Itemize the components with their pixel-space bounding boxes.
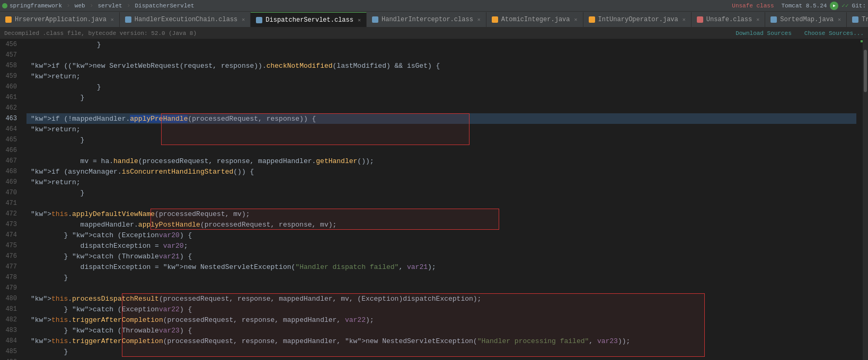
code-line: "kw">if (asyncManager.isConcurrentHandli… [26, 166, 856, 177]
decompiled-info: Decompiled .class file, bytecode version… [4, 30, 197, 37]
line-number: 483 [0, 327, 20, 334]
tab-intunary[interactable]: IntUnaryOperator.java ✕ [583, 12, 692, 27]
tab-dispatcherservlet[interactable]: DispatcherServlet.class ✕ [251, 12, 367, 27]
tab-hrserver[interactable]: HrserverApplication.java ✕ [0, 12, 120, 27]
java-icon [492, 16, 498, 23]
breadcrumb-springframework: springframework [2, 3, 62, 9]
tab-handlerchain[interactable]: HandlerExecutionChain.class ✕ [120, 12, 251, 27]
close-icon[interactable]: ✕ [242, 16, 245, 23]
code-line: } [26, 272, 856, 283]
close-icon[interactable]: ✕ [111, 16, 114, 23]
line-number: 460 [0, 83, 20, 91]
code-line: } [26, 92, 856, 103]
scrollbar[interactable] [863, 39, 868, 360]
gutter-row: 462 [0, 103, 26, 113]
tab-treemap[interactable]: TreeMap.java ✕ [847, 12, 868, 27]
line-number: 481 [0, 305, 20, 313]
breadcrumb-web: web [75, 3, 85, 9]
tab-sortedmap[interactable]: SortedMap.java ✕ [765, 12, 847, 27]
line-number: 457 [0, 51, 20, 59]
tab-atomicinteger[interactable]: AtomicInteger.java ✕ [486, 12, 583, 27]
code-line: } "kw">catch (Throwable var21) { [26, 251, 856, 262]
line-number: 473 [0, 221, 20, 228]
code-line [26, 145, 856, 156]
line-number: 459 [0, 73, 20, 80]
close-icon[interactable]: ✕ [683, 16, 686, 23]
gutter-row: 469 [0, 177, 26, 187]
code-line: mv = ha.handle(processedRequest, respons… [26, 156, 856, 166]
line-number: 472 [0, 210, 20, 218]
code-line: "kw">this.applyDefaultViewName(processed… [26, 209, 856, 219]
gutter-row: 476 [0, 251, 26, 262]
line-number: 484 [0, 337, 20, 345]
gutter-row: 467 [0, 156, 26, 166]
class-icon [125, 16, 131, 23]
code-line: } [26, 82, 856, 92]
line-number: 475 [0, 242, 20, 249]
right-gutter [856, 39, 863, 360]
line-number: 482 [0, 316, 20, 323]
code-line: dispatchException = var20; [26, 240, 856, 251]
class-icon [372, 16, 378, 23]
close-icon[interactable]: ✕ [756, 16, 759, 23]
tab-unsafe[interactable]: Unsafe.class ✕ [692, 12, 765, 27]
gutter-row: 463 [0, 113, 26, 124]
code-line [26, 198, 856, 209]
scrollbar-thumb[interactable] [864, 50, 867, 92]
gutter-row: 475 [0, 240, 26, 251]
tab-handlerinterceptor[interactable]: HandlerInterceptor.class ✕ [367, 12, 486, 27]
gutter-row: 456 [0, 39, 26, 50]
gutter-row: 464 [0, 124, 26, 134]
gutter-row: 468 [0, 166, 26, 177]
close-icon[interactable]: ✕ [838, 16, 841, 23]
tomcat-area: Unsafe class Tomcat 8.5.24 ✓✓ Git: [732, 2, 866, 10]
gutter-row: 479 [0, 283, 26, 293]
close-icon[interactable]: ✕ [574, 16, 577, 23]
tomcat-label: Tomcat 8.5.24 [782, 3, 827, 9]
gutter-row: 474 [0, 230, 26, 240]
line-number: 468 [0, 168, 20, 175]
top-bar: springframework › web › servlet › Dispat… [0, 0, 868, 12]
gutter-row: 478 [0, 272, 26, 283]
run-button[interactable] [830, 2, 838, 10]
line-number: 470 [0, 189, 20, 196]
gutter-row: 480 [0, 293, 26, 304]
java-icon [852, 16, 858, 23]
line-gutter: 4564574584594604614624634644654664674684… [0, 39, 26, 360]
gutter-row: 486 [0, 357, 26, 360]
code-line [26, 283, 856, 293]
line-number: 477 [0, 263, 20, 271]
gutter-row: 458 [0, 60, 26, 71]
code-line: "kw">this.triggerAfterCompletion(process… [26, 314, 856, 325]
line-number: 469 [0, 178, 20, 186]
gutter-row: 477 [0, 262, 26, 272]
gutter-row: 470 [0, 187, 26, 198]
code-line: "kw">return; [26, 71, 856, 82]
close-icon[interactable]: ✕ [477, 16, 481, 23]
code-line: "kw">this.processDispatchResult(processe… [26, 293, 856, 304]
gutter-row: 483 [0, 325, 26, 336]
code-line: } "kw">catch (Exception var20) { [26, 230, 856, 240]
choose-sources-button[interactable]: Choose Sources... [804, 30, 864, 37]
java-icon [589, 16, 595, 23]
breadcrumb-class: DispatcherServlet [135, 3, 194, 9]
line-number: 456 [0, 41, 20, 48]
code-line: } "kw">catch (Exception var22) { [26, 304, 856, 314]
download-sources-button[interactable]: Download Sources [736, 30, 792, 37]
info-bar: Decompiled .class file, bytecode version… [0, 28, 868, 39]
line-number: 471 [0, 200, 20, 207]
close-icon[interactable]: ✕ [358, 17, 361, 23]
code-editor[interactable]: } "kw">if (("kw">new ServletWebRequest(r… [26, 39, 856, 360]
dot-icon [2, 3, 7, 8]
line-number: 467 [0, 157, 20, 165]
code-line: } [26, 346, 856, 357]
gutter-row: 461 [0, 92, 26, 103]
line-number: 461 [0, 94, 20, 101]
code-line: "kw">this.triggerAfterCompletion(process… [26, 336, 856, 346]
gutter-row: 481 [0, 304, 26, 314]
gutter-row: 484 [0, 336, 26, 346]
line-number: 464 [0, 125, 20, 133]
code-line: mappedHandler.applyPostHandle(processedR… [26, 219, 856, 230]
git-checkmark: ✓✓ [842, 2, 848, 9]
code-line [26, 103, 856, 113]
